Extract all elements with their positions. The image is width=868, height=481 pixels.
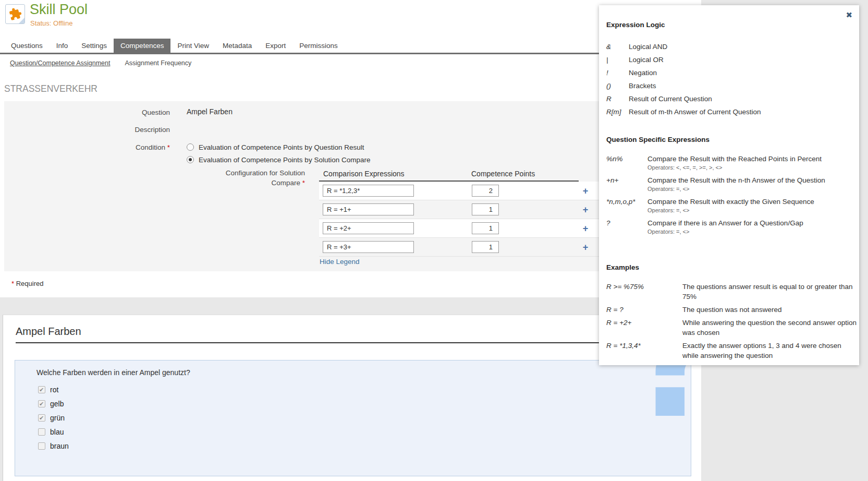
legend-desc: Result of Current Question bbox=[629, 95, 712, 108]
subtab-bar: Question/Competence Assignment Assignmen… bbox=[10, 59, 191, 67]
checkbox[interactable] bbox=[38, 428, 45, 436]
tab-bar: Questions Info Settings Competences Prin… bbox=[0, 39, 701, 54]
answer-label: rot bbox=[50, 386, 58, 394]
add-row-button[interactable]: + bbox=[579, 241, 592, 254]
question-value: Ampel Farben bbox=[187, 107, 233, 116]
column-header-expressions: Comparison Expressions bbox=[323, 170, 405, 178]
subtab[interactable]: Assignment Frequency bbox=[125, 59, 191, 67]
points-input[interactable] bbox=[472, 241, 499, 253]
answer-label: braun bbox=[50, 442, 69, 450]
legend-entry: R = *1,3,4* Exactly the answer options 1… bbox=[606, 341, 857, 360]
legend-term: *n,m,o,p* bbox=[606, 198, 647, 213]
add-row-button[interactable]: + bbox=[579, 203, 592, 216]
add-row-button[interactable]: + bbox=[579, 185, 592, 197]
tab[interactable]: Permissions bbox=[292, 39, 345, 53]
legend-desc: Logical OR bbox=[629, 56, 664, 69]
folded-corner-icon bbox=[18, 17, 25, 24]
legend-desc-block: Compare the Result with the n-th Answer … bbox=[647, 176, 825, 192]
legend-desc-block: Compare if there is an Answer for a Ques… bbox=[647, 219, 803, 235]
answer-label: grün bbox=[50, 414, 65, 422]
tab[interactable]: Info bbox=[50, 39, 75, 53]
points-input[interactable] bbox=[472, 203, 499, 215]
expression-input[interactable] bbox=[323, 222, 414, 234]
points-input[interactable] bbox=[472, 222, 499, 234]
expression-input[interactable] bbox=[323, 241, 414, 253]
legend-term: %n% bbox=[606, 155, 647, 171]
answer-option: gelb bbox=[38, 396, 69, 411]
legend-desc-block: Compare the Result with exactly the Give… bbox=[647, 198, 814, 213]
legend-section-title-specific: Question Specific Expressions bbox=[606, 136, 710, 143]
required-asterisk: * bbox=[11, 280, 14, 287]
question-label: Question bbox=[4, 109, 170, 116]
condition-option[interactable]: Evaluation of Competence Points by Solut… bbox=[187, 155, 370, 164]
checkbox[interactable] bbox=[38, 386, 45, 393]
condition-option[interactable]: Evaluation of Competence Points by Quest… bbox=[187, 142, 370, 152]
legend-section-title-examples: Examples bbox=[606, 263, 639, 271]
answer-label: blau bbox=[50, 428, 64, 436]
legend-term: | bbox=[606, 56, 629, 69]
condition-option-label: Evaluation of Competence Points by Quest… bbox=[199, 143, 364, 151]
legend-logic-list: & Logical AND | Logical OR ! Negation ()… bbox=[606, 43, 851, 121]
status-badge: Status: Offline bbox=[30, 19, 72, 27]
legend-desc-block: Compare the Result with the Reached Poin… bbox=[647, 155, 822, 171]
main-content-area: Skill Pool Status: Offline Questions Inf… bbox=[0, 0, 701, 297]
comparison-table-rows: + + + bbox=[319, 182, 603, 257]
legend-desc: The questions answer result is equal to … bbox=[682, 282, 857, 302]
tab[interactable]: Competences bbox=[114, 39, 170, 53]
comparison-table-header: Comparison Expressions Competence Points bbox=[319, 167, 579, 182]
legend-desc: Negation bbox=[629, 69, 657, 82]
legend-term: +n+ bbox=[606, 176, 647, 192]
legend-term: R bbox=[606, 95, 629, 108]
points-input[interactable] bbox=[472, 185, 499, 197]
answer-option: blau bbox=[38, 425, 69, 439]
legend-entry: R >= %75% The questions answer result is… bbox=[606, 282, 857, 302]
question-preview-section: Ampel Farben Welche Farben werden in ein… bbox=[3, 315, 701, 481]
close-icon[interactable]: ✖ bbox=[846, 10, 852, 20]
required-note: * Required bbox=[11, 280, 43, 287]
add-row-button[interactable]: + bbox=[579, 222, 592, 235]
radio-icon[interactable] bbox=[187, 156, 194, 163]
hide-legend-link[interactable]: Hide Legend bbox=[320, 258, 360, 266]
competence-assignment-form: Question Ampel Farben Description Condit… bbox=[4, 101, 698, 271]
legend-examples-list: R >= %75% The questions answer result is… bbox=[606, 282, 857, 364]
legend-term: R = +2+ bbox=[606, 318, 682, 338]
section-title: STRASSENVERKEHR bbox=[4, 83, 97, 94]
table-row: + bbox=[319, 219, 603, 238]
radio-icon[interactable] bbox=[187, 143, 194, 151]
config-solution-compare-label: Configuration for Solution Compare * bbox=[4, 168, 305, 188]
subtab[interactable]: Question/Competence Assignment bbox=[10, 59, 110, 67]
legend-operators: Operators: =, <> bbox=[647, 186, 825, 192]
condition-option-label: Evaluation of Competence Points by Solut… bbox=[199, 156, 370, 164]
expression-input[interactable] bbox=[323, 203, 414, 215]
checkbox[interactable] bbox=[38, 414, 45, 422]
expression-input[interactable] bbox=[323, 185, 414, 197]
checkbox[interactable] bbox=[38, 400, 45, 407]
tab[interactable]: Print View bbox=[170, 39, 216, 53]
tab[interactable]: Metadata bbox=[216, 39, 259, 53]
tab[interactable]: Export bbox=[259, 39, 292, 53]
tab[interactable]: Settings bbox=[75, 39, 114, 53]
legend-desc: The question was not answered bbox=[682, 305, 857, 315]
legend-term: R >= %75% bbox=[606, 282, 682, 302]
legend-specific-list: %n% Compare the Result with the Reached … bbox=[606, 155, 854, 240]
legend-term: R = ? bbox=[606, 305, 682, 315]
legend-desc: Compare if there is an Answer for a Ques… bbox=[647, 219, 803, 227]
required-asterisk: * bbox=[167, 143, 170, 151]
legend-operators: Operators: =, <> bbox=[647, 207, 814, 213]
legend-entry: R = +2+ While answering the question the… bbox=[606, 318, 857, 338]
question-text: Welche Farben werden in einer Ampel genu… bbox=[36, 368, 190, 377]
legend-operators: Operators: <, <=, =, >=, >, <> bbox=[647, 164, 822, 171]
legend-term: ? bbox=[606, 219, 647, 235]
legend-operators: Operators: =, <> bbox=[647, 229, 803, 235]
condition-label: Condition * bbox=[4, 143, 170, 151]
question-preview-panel: Welche Farben werden in einer Ampel genu… bbox=[15, 360, 691, 476]
legend-entry: R Result of Current Question bbox=[606, 95, 851, 108]
skill-pool-object-icon bbox=[5, 4, 25, 24]
description-label: Description bbox=[4, 126, 170, 134]
legend-entry: | Logical OR bbox=[606, 56, 851, 69]
legend-term: & bbox=[606, 43, 629, 56]
checkbox[interactable] bbox=[38, 442, 45, 450]
tab[interactable]: Questions bbox=[4, 39, 50, 53]
legend-term: () bbox=[606, 82, 629, 95]
legend-desc: Result of m-th Answer of Current Questio… bbox=[629, 108, 761, 121]
